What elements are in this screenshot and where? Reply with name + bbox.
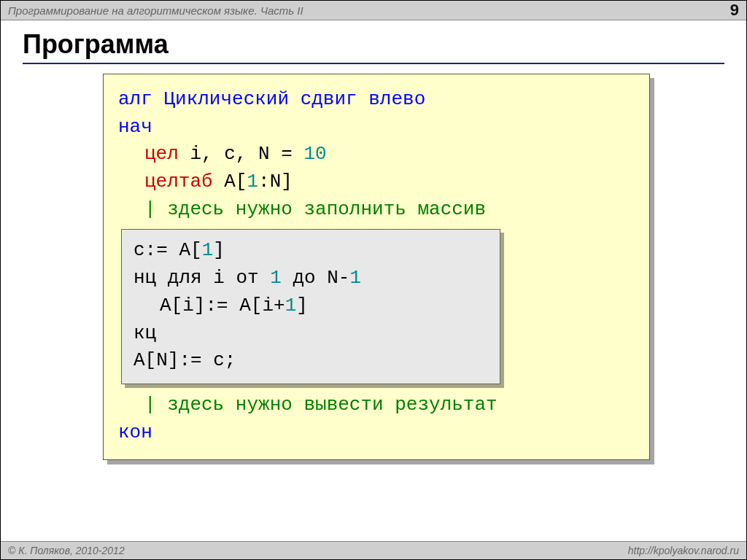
comment-output: | здесь нужно вывести результат [118,392,635,419]
num: 1 [202,239,214,261]
code-box-inner: c:= A[1] нц для i от 1 до N-1 A[i]:= A[i… [121,229,500,384]
header-subject: Программирование на алгоритмическом язык… [8,4,303,17]
alg-name: Циклический сдвиг влево [163,88,425,110]
kw-cel: цел [144,143,179,165]
kw-celtab: целтаб [144,171,213,192]
kw-kon: кон [118,419,635,447]
code-line: A[i]:= A[i+1] [133,292,488,320]
code-line: нц для i от 1 до N-1 [133,265,488,292]
comment-fill: | здесь нужно заполнить массив [118,196,635,224]
txt: до N- [282,267,350,289]
vars: i, c, N [179,143,270,165]
header-bar: Программирование на алгоритмическом язык… [1,1,746,20]
num: 1 [349,267,361,289]
footer-bar: © К. Поляков, 2010-2012 http://kpolyakov… [1,541,746,559]
kw-nach: нач [118,114,635,141]
code-line: цел i, c, N = 10 [118,141,635,168]
code-line: c:= A[1] [133,237,488,265]
slide: Программирование на алгоритмическом язык… [0,0,747,560]
eq: = [270,143,304,165]
slide-title: Программа [23,29,724,64]
txt: c:= A[ [133,239,202,261]
code-box-outer: алг Циклический сдвиг влево нач цел i, c… [103,74,650,460]
content-area: алг Циклический сдвиг влево нач цел i, c… [103,74,650,460]
code-line: целтаб A[1:N] [118,168,635,196]
arr-post: :N] [258,171,293,192]
txt: ] [296,295,308,316]
footer-url: http://kpolyakov.narod.ru [628,545,739,556]
kw-kc: кц [133,320,488,348]
num-1: 1 [247,171,258,192]
num: 1 [285,295,297,316]
num: 1 [270,267,282,289]
txt: ] [213,239,225,261]
code-line: алг Циклический сдвиг влево [118,86,635,114]
code-line: A[N]:= c; [133,347,488,375]
arr-pre: A[ [213,171,247,192]
txt: нц для i от [133,267,270,289]
page-number: 9 [730,1,739,20]
txt: A[i]:= A[i+ [160,295,285,316]
footer-copyright: © К. Поляков, 2010-2012 [8,545,125,556]
num-10: 10 [303,143,326,165]
kw-alg: алг [118,88,152,110]
